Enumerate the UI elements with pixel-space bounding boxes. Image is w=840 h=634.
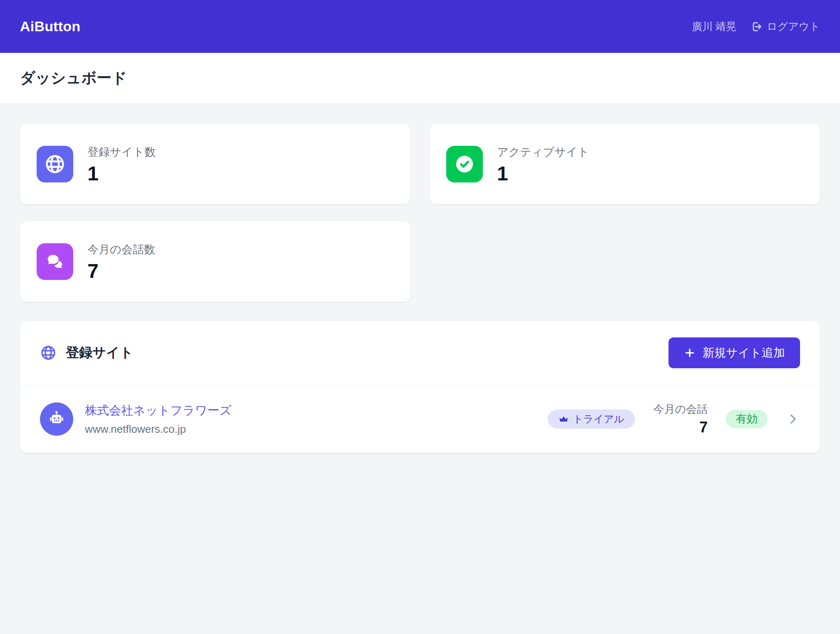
site-row[interactable]: 株式会社ネットフラワーズ www.netflowers.co.jp トライアル … <box>20 384 820 453</box>
stat-card-monthly-conversations: 今月の会話数 7 <box>20 221 410 302</box>
add-site-button-label: 新規サイト追加 <box>703 345 785 361</box>
stats-grid: 登録サイト数 1 アクティブサイト 1 <box>20 124 820 302</box>
stat-label: 今月の会話数 <box>87 242 155 257</box>
plus-icon <box>683 347 696 359</box>
crown-icon <box>559 414 569 424</box>
main-content: 登録サイト数 1 アクティブサイト 1 <box>0 103 840 453</box>
stat-value: 1 <box>87 164 156 184</box>
stat-card-registered-sites: 登録サイト数 1 <box>20 124 410 205</box>
stat-card-active-sites: アクティブサイト 1 <box>430 124 820 205</box>
top-navbar: AiButton 廣川 靖晃 ログアウト <box>0 0 840 53</box>
robot-avatar-icon <box>40 402 73 436</box>
app-logo[interactable]: AiButton <box>20 18 80 35</box>
registered-sites-card: 登録サイト 新規サイト追加 <box>20 321 820 453</box>
globe-icon <box>40 344 57 361</box>
logout-button[interactable]: ログアウト <box>751 20 820 33</box>
navbar-right: 廣川 靖晃 ログアウト <box>692 20 820 33</box>
site-name-link[interactable]: 株式会社ネットフラワーズ <box>85 402 232 419</box>
page-title-bar: ダッシュボード <box>0 53 840 103</box>
site-info: 株式会社ネットフラワーズ www.netflowers.co.jp <box>85 402 232 436</box>
globe-icon <box>37 146 73 182</box>
site-url: www.netflowers.co.jp <box>85 423 232 436</box>
add-site-button[interactable]: 新規サイト追加 <box>669 337 800 368</box>
check-circle-icon <box>446 146 483 182</box>
logout-label: ログアウト <box>767 20 820 33</box>
logout-icon <box>751 21 762 32</box>
stat-value: 7 <box>87 261 155 281</box>
stat-text: アクティブサイト 1 <box>497 145 589 184</box>
page-title: ダッシュボード <box>20 68 127 88</box>
conversations-stat: 今月の会話 7 <box>653 402 708 436</box>
conversations-label: 今月の会話 <box>653 402 708 417</box>
user-name: 廣川 靖晃 <box>692 20 736 33</box>
stat-label: 登録サイト数 <box>87 145 156 160</box>
site-row-right: トライアル 今月の会話 7 有効 <box>548 402 800 436</box>
sites-header: 登録サイト 新規サイト追加 <box>20 321 820 384</box>
stat-text: 登録サイト数 1 <box>87 145 156 184</box>
chat-bubbles-icon <box>37 243 73 280</box>
status-badge: 有効 <box>726 410 768 428</box>
plan-badge: トライアル <box>548 409 635 429</box>
chevron-right-icon[interactable] <box>786 412 800 426</box>
stat-value: 1 <box>497 164 589 184</box>
sites-section-title: 登録サイト <box>66 344 133 362</box>
stat-label: アクティブサイト <box>497 145 589 160</box>
stat-text: 今月の会話数 7 <box>87 242 155 281</box>
plan-badge-label: トライアル <box>573 412 624 426</box>
conversations-value: 7 <box>653 419 708 436</box>
